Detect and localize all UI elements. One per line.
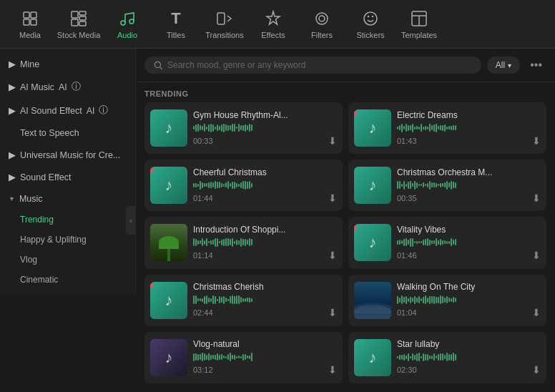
svg-rect-7 bbox=[72, 19, 78, 26]
download-icon[interactable]: ⬇ bbox=[328, 307, 337, 318]
download-icon[interactable]: ⬇ bbox=[328, 192, 337, 204]
music-note-icon: ♪ bbox=[165, 176, 173, 195]
waveform bbox=[397, 180, 541, 190]
waveform bbox=[193, 123, 337, 133]
download-icon[interactable]: ⬇ bbox=[328, 135, 337, 147]
universal-arrow: ▶ bbox=[9, 150, 16, 160]
sidebar-ai-sound-label: AI Sound Effect bbox=[20, 106, 82, 116]
sidebar-item-ai-sound-effect[interactable]: ▶ AI Sound Effect AI ⓘ bbox=[0, 99, 135, 122]
nav-media[interactable]: Media bbox=[6, 3, 54, 46]
trending-sub-label: Trending bbox=[20, 215, 54, 225]
music-info: Introduction Of Shoppi... 01:14 ⬇ bbox=[193, 225, 337, 261]
nav-templates[interactable]: Templates bbox=[395, 3, 443, 46]
download-icon[interactable]: ⬇ bbox=[532, 250, 541, 261]
sidebar-sub-trending[interactable]: Trending bbox=[0, 210, 135, 230]
sidebar-item-music[interactable]: ▼ Music bbox=[0, 188, 135, 210]
music-title: Gym House Rhythm-Al... bbox=[193, 110, 337, 120]
waveform bbox=[397, 295, 541, 305]
nav-media-label: Media bbox=[19, 31, 41, 39]
svg-point-13 bbox=[319, 16, 325, 21]
download-icon[interactable]: ⬇ bbox=[328, 364, 337, 376]
download-icon[interactable]: ⬇ bbox=[532, 307, 541, 318]
svg-rect-11 bbox=[217, 13, 225, 24]
music-title: Star lullaby bbox=[397, 339, 541, 349]
effects-icon bbox=[264, 9, 283, 28]
audio-icon bbox=[118, 9, 137, 28]
nav-transitions[interactable]: Transitions bbox=[200, 3, 249, 46]
music-thumbnail: ♪ bbox=[354, 339, 391, 376]
music-info: Christmas Cherish 02:44 ⬇ bbox=[193, 282, 337, 318]
music-title: Vitality Vibes bbox=[397, 225, 541, 235]
waveform bbox=[193, 295, 337, 305]
sidebar-item-mine[interactable]: ▶ Mine bbox=[0, 53, 135, 75]
search-input-wrap[interactable] bbox=[144, 57, 481, 74]
nav-templates-label: Templates bbox=[401, 31, 437, 39]
music-card-8[interactable]: Walking On The City 01:04 ⬇ bbox=[348, 275, 546, 326]
filter-button[interactable]: All ▾ bbox=[487, 57, 520, 74]
download-icon[interactable]: ⬇ bbox=[328, 250, 337, 261]
music-info: Vitality Vibes 01:46 ⬇ bbox=[397, 225, 541, 261]
music-meta: 02:30 ⬇ bbox=[397, 364, 541, 376]
heart-badge: ♥ bbox=[354, 109, 358, 119]
sidebar-sound-effect-label: Sound Effect bbox=[20, 172, 71, 182]
media-icon bbox=[21, 9, 39, 28]
music-meta: 02:44 ⬇ bbox=[193, 307, 337, 318]
music-card-6[interactable]: ♥ ♪ Vitality Vibes 01:46 ⬇ bbox=[348, 217, 546, 268]
main-content: ▶ Mine ▶ AI Music AI ⓘ ▶ AI Sound Effect… bbox=[0, 49, 555, 392]
templates-icon bbox=[410, 9, 428, 28]
titles-icon: T bbox=[167, 9, 185, 28]
music-note-icon: ♪ bbox=[165, 291, 173, 310]
music-thumbnail bbox=[150, 224, 187, 261]
nav-stickers[interactable]: Stickers bbox=[346, 3, 395, 46]
sidebar: ▶ Mine ▶ AI Music AI ⓘ ▶ AI Sound Effect… bbox=[0, 49, 136, 294]
sidebar-item-universal-music[interactable]: ▶ Universal Music for Cre... bbox=[0, 144, 135, 166]
music-card-1[interactable]: ♪ Gym House Rhythm-Al... 00:33 ⬇ bbox=[144, 102, 343, 154]
cinematic-sub-label: Cinematic bbox=[20, 275, 58, 285]
heart-badge: ♥ bbox=[150, 167, 154, 176]
svg-line-21 bbox=[160, 67, 162, 69]
music-duration: 00:35 bbox=[397, 194, 417, 202]
music-thumbnail: ♪ bbox=[150, 109, 187, 147]
sidebar-item-ai-music[interactable]: ▶ AI Music AI ⓘ bbox=[0, 75, 135, 99]
download-icon[interactable]: ⬇ bbox=[532, 135, 541, 147]
more-options-button[interactable]: ••• bbox=[526, 56, 546, 74]
music-meta: 01:44 ⬇ bbox=[193, 192, 337, 204]
nav-transitions-label: Transitions bbox=[205, 31, 243, 39]
search-input[interactable] bbox=[167, 60, 473, 70]
sidebar-item-sound-effect[interactable]: ▶ Sound Effect bbox=[0, 166, 135, 188]
music-card-7[interactable]: ♥ ♪ Christmas Cherish 02:44 ⬇ bbox=[144, 275, 343, 326]
nav-stock-media-label: Stock Media bbox=[57, 31, 101, 39]
nav-stock-media[interactable]: Stock Media bbox=[54, 3, 103, 46]
sidebar-sub-cinematic[interactable]: Cinematic bbox=[0, 270, 135, 290]
svg-rect-1 bbox=[31, 12, 36, 18]
heart-badge: ♥ bbox=[150, 282, 154, 291]
sidebar-item-text-to-speech[interactable]: Text to Speech bbox=[0, 122, 135, 144]
sidebar-sub-happy-uplifting[interactable]: Happy & Uplifting bbox=[0, 230, 135, 250]
waveform bbox=[397, 123, 541, 133]
music-thumbnail: ♪ bbox=[150, 339, 187, 376]
nav-titles[interactable]: T Titles bbox=[152, 3, 200, 46]
svg-point-10 bbox=[129, 19, 134, 24]
music-card-10[interactable]: ♪ Star lullaby 02:30 ⬇ bbox=[348, 332, 546, 383]
sidebar-universal-label: Universal Music for Cre... bbox=[20, 150, 120, 160]
svg-rect-6 bbox=[79, 16, 86, 20]
music-duration: 01:46 bbox=[397, 251, 417, 260]
music-card-5[interactable]: Introduction Of Shoppi... 01:14 ⬇ bbox=[144, 217, 343, 268]
music-card-9[interactable]: ♪ Vlog-natural 03:12 ⬇ bbox=[144, 332, 343, 383]
nav-filters[interactable]: Filters bbox=[298, 3, 346, 46]
download-icon[interactable]: ⬇ bbox=[532, 192, 541, 204]
sidebar-sub-vlog[interactable]: Vlog bbox=[0, 250, 135, 270]
music-card-3[interactable]: ♥ ♪ Cheerful Christmas 01:44 ⬇ bbox=[144, 160, 343, 211]
nav-audio[interactable]: Audio bbox=[103, 3, 152, 46]
nav-effects[interactable]: Effects bbox=[249, 3, 298, 46]
svg-rect-2 bbox=[24, 19, 29, 25]
music-meta: 01:04 ⬇ bbox=[397, 307, 541, 318]
music-duration: 03:12 bbox=[193, 366, 213, 374]
ai-sound-arrow: ▶ bbox=[9, 105, 16, 116]
search-bar: All ▾ ••• bbox=[136, 49, 555, 82]
music-card-4[interactable]: ♪ Christmas Orchestra M... 00:35 ⬇ bbox=[348, 160, 546, 211]
sidebar-tts-label: Text to Speech bbox=[20, 128, 79, 138]
sidebar-collapse-button[interactable]: ‹ bbox=[126, 206, 136, 235]
download-icon[interactable]: ⬇ bbox=[532, 364, 541, 376]
music-card-2[interactable]: ♥ ♪ Electric Dreams 01:43 ⬇ bbox=[348, 102, 546, 154]
